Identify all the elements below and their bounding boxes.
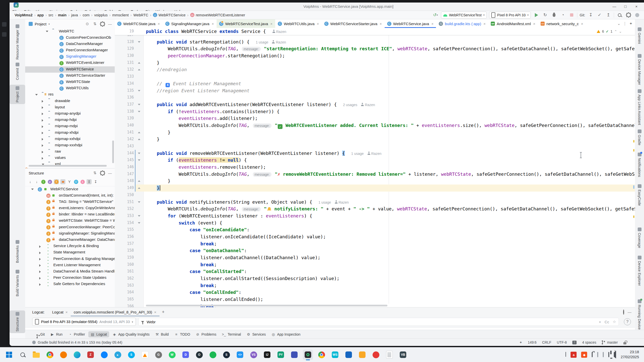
toolwindow-easycode[interactable]: EasyCode: [635, 183, 644, 207]
close-icon[interactable]: ×: [158, 22, 160, 26]
project-item-WebRTC[interactable]: WebRTC: [25, 28, 115, 35]
line-number[interactable]: 135: [115, 87, 134, 94]
close-icon[interactable]: ×: [484, 22, 486, 26]
project-item-mipmap-anydpi[interactable]: mipmap-anydpi: [25, 111, 115, 117]
line-number[interactable]: 136: [115, 94, 134, 101]
settings-gear-icon[interactable]: [100, 171, 105, 175]
line-number[interactable]: 139: [115, 115, 134, 122]
line-number[interactable]: 158: [115, 247, 134, 254]
pin-icon[interactable]: ✦: [629, 21, 632, 26]
breadcrumb-app[interactable]: app: [37, 13, 44, 17]
close-icon[interactable]: ×: [380, 22, 382, 26]
minimize-button[interactable]: —: [609, 3, 620, 11]
structure-item[interactable]: feventListeners: CopyOnWriteArrayList<W: [25, 205, 115, 212]
code-line-158[interactable]: 158 case "onDataChannel":: [115, 247, 635, 254]
chevron-right-icon[interactable]: [42, 119, 43, 122]
line-number[interactable]: 138: [115, 108, 134, 115]
project-item-values[interactable]: values: [25, 155, 115, 161]
logcat-tab-com.voipplus.mmsclient (Pixel_8_Pro_API_33)[interactable]: com.voipplus.mmsclient (Pixel_8_Pro_API_…: [71, 307, 159, 316]
desktop-icon[interactable]: [2, 32, 7, 37]
structure-item[interactable]: ⌃⌄Safe Getters for Dependencies: [25, 281, 115, 288]
breadcrumb-VoipMms2[interactable]: VoipMms2: [15, 13, 32, 17]
device-select[interactable]: Pixel 8 Pro API 33 ▾: [489, 12, 531, 19]
line-number[interactable]: 166: [115, 303, 134, 307]
taskbar-firefox[interactable]: [58, 350, 68, 360]
show-interfaces-toggle[interactable]: I: [41, 179, 46, 184]
fold-marker-icon[interactable]: [138, 139, 140, 140]
taskbar-visual-studio[interactable]: VS: [249, 350, 259, 360]
code-line-153[interactable]: 153 for (WebRTCEventListener listener : …: [115, 212, 635, 219]
logcat-filter-input[interactable]: Webr × Cc ☆: [138, 318, 619, 326]
tab-WebRTCServiceTest.java[interactable]: CWebRTCServiceTest.java×: [217, 19, 275, 28]
close-button[interactable]: ×: [631, 3, 642, 11]
toolwindow-resource-manager[interactable]: Resource Manager: [10, 23, 25, 61]
stop-button[interactable]: [568, 12, 575, 18]
chevron-right-icon[interactable]: [39, 252, 41, 254]
taskbar-notepad[interactable]: [384, 350, 394, 360]
taskbar-app-blue-3[interactable]: [344, 350, 354, 360]
project-item-res[interactable]: res: [25, 92, 115, 98]
collapse-all-toggle[interactable]: ↧: [93, 179, 98, 184]
breadcrumb-src[interactable]: src: [49, 13, 53, 17]
toolwindow-button-app-quality-insights[interactable]: ◈App Quality Insights: [110, 331, 152, 337]
code-line-160[interactable]: 160 break;: [115, 261, 635, 268]
chevron-right-icon[interactable]: [42, 100, 43, 103]
taskbar-app-yellow[interactable]: [357, 350, 367, 360]
line-number[interactable]: 159: [115, 254, 134, 261]
expand-all-toggle[interactable]: ↥: [87, 179, 92, 184]
line-number[interactable]: 164: [115, 289, 134, 296]
code-line-146[interactable]: 146 eventListeners.remove(listener);: [115, 164, 635, 171]
git-commit-button[interactable]: ✓: [596, 12, 603, 18]
line-number[interactable]: 157: [115, 240, 134, 247]
code-line-155[interactable]: 155 case "onIceCandidate":: [115, 226, 635, 233]
fold-marker-icon[interactable]: [138, 132, 140, 133]
code-line-159[interactable]: 159 listener.onDataChannel((DataChannel)…: [115, 254, 635, 261]
code-line-135[interactable]: 135 //region Event Listener Management: [115, 87, 635, 94]
code-line-128[interactable]: 128 public void startRenegotiation() { 1…: [115, 38, 635, 46]
project-item-mipmap-xhdpi[interactable]: mipmap-xhdpi: [25, 130, 115, 136]
expand-all-icon[interactable]: ⇅: [92, 171, 98, 175]
close-icon[interactable]: ×: [65, 310, 68, 314]
structure-item[interactable]: fbinder: IBinder = new LocalBinder(): [25, 212, 115, 218]
chevron-right-icon[interactable]: [39, 270, 41, 273]
mouse-settings[interactable]: [597, 352, 598, 357]
taskbar-search[interactable]: [18, 350, 28, 360]
toolwindow-project[interactable]: Project: [10, 85, 25, 104]
structure-item[interactable]: ⌃⌄PeerConnection & Signaling Management: [25, 256, 115, 262]
author-annotation[interactable]: Razen: [276, 40, 286, 44]
chevron-right-icon[interactable]: [42, 138, 43, 141]
save-filter-star-icon[interactable]: ☆: [613, 320, 616, 324]
breadcrumb-mmsclient[interactable]: mmsclient: [112, 13, 129, 17]
line-number[interactable]: 144: [115, 150, 134, 157]
chevron-right-icon[interactable]: [39, 245, 41, 248]
toolwindow-button-profiler[interactable]: ◔Profiler: [66, 331, 87, 337]
tab-SignalingManager.java[interactable]: CSignalingManager.java×: [163, 19, 217, 28]
chevron-right-icon[interactable]: [39, 264, 41, 267]
profile-avatar[interactable]: [634, 12, 640, 18]
code-line-151[interactable]: 151 public void notifyListeners(String e…: [115, 199, 635, 206]
toolwindow-device-explorer[interactable]: Device Explorer: [635, 254, 644, 287]
line-number[interactable]: 152: [115, 205, 134, 212]
toolwindow-button-problems[interactable]: ⊘Problems: [193, 331, 219, 337]
tab-WebRTCState.java[interactable]: CWebRTCState.java×: [115, 19, 163, 28]
line-number[interactable]: 163: [115, 282, 134, 289]
taskbar-steam[interactable]: S: [221, 350, 231, 360]
toolwindow-build-variants[interactable]: Build Variants: [10, 268, 25, 298]
taskbar-discord[interactable]: D: [181, 350, 191, 360]
status-message[interactable]: Gradle build finished in 4 m 33 s 153 ms…: [38, 340, 122, 344]
taskbar-vscode[interactable]: <>: [235, 350, 245, 360]
fold-marker-icon[interactable]: [138, 159, 140, 161]
sticky-line[interactable]: 19public class WebRTCService extends Ser…: [115, 28, 635, 35]
project-item-PeerConnectionManager[interactable]: CPeerConnectionManager: [25, 48, 115, 54]
chevron-right-icon[interactable]: [42, 151, 43, 153]
line-number[interactable]: 149: [115, 185, 134, 192]
toolwindow-button-logcat[interactable]: ▤Logcat: [88, 331, 109, 337]
toolwindow-notifications[interactable]: Notifications: [635, 151, 644, 178]
structure-item[interactable]: fsignalingManager: SignalingManager: [25, 231, 115, 237]
sticky-class-header[interactable]: 19public class WebRTCService extends Ser…: [115, 28, 635, 35]
line-number[interactable]: 160: [115, 261, 134, 268]
code-line-139[interactable]: 139 eventListeners.add(listener);: [115, 115, 635, 122]
tab-WebRTCUtils.java[interactable]: CWebRTCUtils.java×: [275, 19, 322, 28]
fold-marker-icon[interactable]: [138, 187, 140, 189]
tab-WebRTCService.java[interactable]: CWebRTCService.java×: [385, 19, 436, 28]
